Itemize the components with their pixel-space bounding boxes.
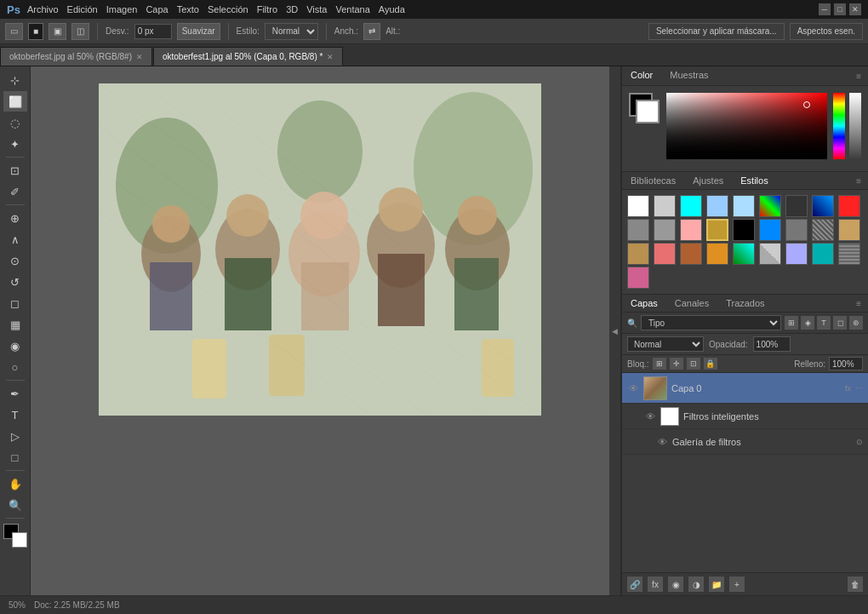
lock-artboards-icon[interactable]: ⊡ (687, 358, 700, 370)
clone-tool[interactable]: ⊙ (3, 250, 27, 271)
layer-item-galeria[interactable]: 👁 Galería de filtros ⊙ (622, 429, 868, 455)
style-swatch-1[interactable] (627, 195, 649, 217)
link-layers-button[interactable]: 🔗 (627, 577, 642, 592)
filter-smart-icon[interactable]: ⊛ (849, 316, 863, 330)
style-swatch-16[interactable] (785, 219, 808, 241)
history-brush-tool[interactable]: ↺ (3, 272, 27, 292)
magic-wand-tool[interactable]: ✦ (3, 134, 27, 154)
brush-tool[interactable]: ∧ (3, 229, 27, 250)
tab-1-close[interactable]: ✕ (327, 53, 334, 61)
layer-item-capa0[interactable]: 👁 Capa 0 fx ⋯ (622, 373, 868, 404)
suavizar-button[interactable]: Suavizar (177, 23, 220, 40)
style-swatch-25[interactable] (785, 243, 808, 265)
filter-text-icon[interactable]: T (817, 316, 831, 330)
fg-bg-box[interactable] (629, 93, 660, 123)
style-swatch-3[interactable] (680, 195, 702, 217)
fill-input[interactable] (829, 357, 863, 370)
zoom-tool[interactable]: 🔍 (3, 495, 27, 515)
style-swatch-13[interactable] (706, 219, 728, 241)
mask-select-button[interactable]: Seleccionar y aplicar máscara... (648, 23, 785, 40)
tab-0-close[interactable]: ✕ (136, 53, 143, 61)
tool-subtract[interactable]: ◫ (71, 23, 89, 40)
close-button[interactable]: ✕ (849, 3, 861, 15)
color-gradient[interactable] (666, 93, 827, 159)
style-swatch-18[interactable] (838, 219, 860, 241)
styles-panel-menu-icon[interactable]: ≡ (849, 173, 868, 189)
style-swatch-2[interactable] (654, 195, 676, 217)
hand-tool[interactable]: ✋ (3, 473, 27, 494)
style-swatch-6[interactable] (759, 195, 781, 217)
galeria-extra-icon[interactable]: ⊙ (856, 438, 863, 446)
minimize-button[interactable]: ─ (819, 3, 831, 15)
style-swatch-14[interactable] (733, 219, 755, 241)
style-swatch-22[interactable] (706, 243, 728, 265)
tab-color[interactable]: Color (622, 66, 661, 85)
opacity-input[interactable] (753, 336, 791, 352)
menu-3d[interactable]: 3D (286, 4, 298, 14)
style-swatch-17[interactable] (812, 219, 834, 241)
desvio-input[interactable] (134, 24, 172, 39)
tool-feather-off[interactable]: ■ (28, 23, 43, 40)
tool-shape-rect[interactable]: ▭ (5, 23, 23, 40)
menu-imagen[interactable]: Imagen (106, 4, 138, 14)
path-select-tool[interactable]: ▷ (3, 426, 27, 446)
style-swatch-24[interactable] (759, 243, 781, 265)
swap-dimensions[interactable]: ⇄ (363, 23, 380, 40)
background-color[interactable] (12, 532, 27, 548)
style-swatch-5[interactable] (733, 195, 755, 217)
tab-canales[interactable]: Canales (666, 295, 717, 312)
menu-ventana[interactable]: Ventana (335, 4, 369, 14)
pen-tool[interactable]: ✒ (3, 383, 27, 404)
tab-capas[interactable]: Capas (622, 295, 666, 312)
menu-bar[interactable]: Archivo Edición Imagen Capa Texto Selecc… (27, 4, 405, 14)
layer-visibility-filtros[interactable]: 👁 (644, 410, 656, 422)
style-swatch-23[interactable] (733, 243, 755, 265)
window-controls[interactable]: ─ □ ✕ (819, 3, 861, 15)
panel-collapse-button[interactable]: ◀ (609, 66, 621, 595)
style-swatch-20[interactable] (654, 243, 676, 265)
style-swatch-11[interactable] (654, 219, 676, 241)
text-tool[interactable]: T (3, 405, 27, 425)
tool-add[interactable]: ▣ (49, 23, 66, 40)
menu-archivo[interactable]: Archivo (27, 4, 59, 14)
style-swatch-7[interactable] (785, 195, 808, 217)
style-swatch-4[interactable] (706, 195, 728, 217)
menu-texto[interactable]: Texto (177, 4, 199, 14)
filter-adjust-icon[interactable]: ◈ (801, 316, 814, 330)
tab-bibliotecas[interactable]: Bibliotecas (622, 172, 684, 189)
background-swatch[interactable] (636, 100, 660, 123)
canvas-image[interactable] (99, 83, 541, 416)
style-swatch-28[interactable] (627, 267, 649, 289)
new-group-button[interactable]: 📁 (709, 577, 724, 592)
dodge-tool[interactable]: ○ (3, 357, 27, 377)
essentials-button[interactable]: Aspectos esen. (790, 23, 863, 40)
crop-tool[interactable]: ⊡ (3, 160, 27, 181)
color-panel-menu-icon[interactable]: ≡ (849, 68, 868, 84)
tab-muestras[interactable]: Muestras (661, 66, 717, 85)
blur-tool[interactable]: ◉ (3, 336, 27, 356)
tab-estilos[interactable]: Estilos (732, 172, 776, 189)
hue-strip[interactable] (833, 93, 845, 159)
fg-bg-colors[interactable] (3, 524, 27, 548)
color-picker-area[interactable] (666, 93, 861, 164)
menu-capa[interactable]: Capa (146, 4, 168, 14)
move-tool[interactable]: ⊹ (3, 70, 27, 90)
heal-tool[interactable]: ⊕ (3, 208, 27, 228)
tab-1[interactable]: oktoberfest1.jpg al 50% (Capa 0, RGB/8) … (153, 47, 343, 66)
lock-position-icon[interactable]: ✛ (670, 358, 683, 370)
filter-shape-icon[interactable]: ◻ (833, 316, 847, 330)
add-mask-button[interactable]: ◉ (668, 577, 683, 592)
gradient-tool[interactable]: ▦ (3, 314, 27, 335)
tab-0[interactable]: oktoberfest.jpg al 50% (RGB/8#) ✕ (0, 47, 152, 66)
eraser-tool[interactable]: ◻ (3, 293, 27, 313)
menu-seleccion[interactable]: Selección (208, 4, 248, 14)
layer-item-filtros[interactable]: 👁 Filtros inteligentes (622, 404, 868, 429)
layer-fx-icon[interactable]: fx (845, 384, 851, 393)
menu-edicion[interactable]: Edición (67, 4, 98, 14)
lasso-tool[interactable]: ◌ (3, 112, 27, 133)
layers-panel-menu-icon[interactable]: ≡ (849, 296, 868, 312)
estilo-select[interactable]: Normal (265, 23, 318, 40)
eyedropper-tool[interactable]: ✐ (3, 181, 27, 202)
style-swatch-21[interactable] (680, 243, 702, 265)
tab-trazados[interactable]: Trazados (717, 295, 773, 312)
